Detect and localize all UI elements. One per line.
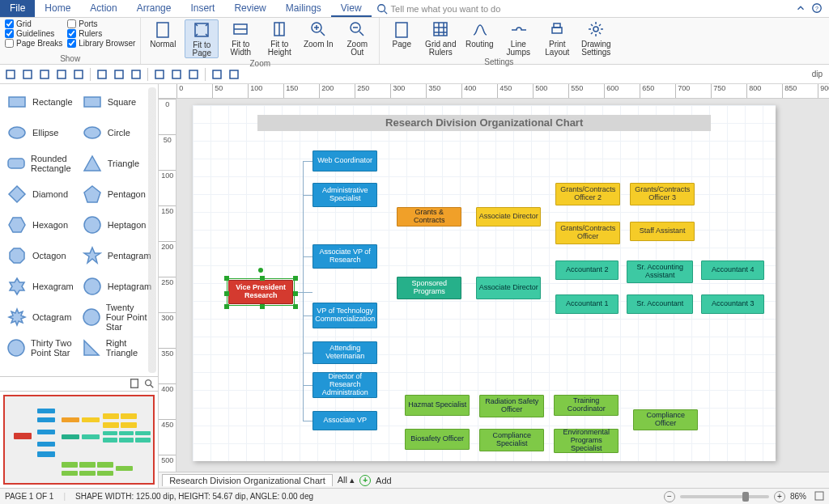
menu-tab-file[interactable]: File (0, 0, 35, 17)
menu-tab-insert[interactable]: Insert (181, 0, 224, 17)
zoom-btn-normal[interactable]: Normal (146, 19, 180, 49)
drawing-page[interactable]: Research Division Organizational Chart V… (193, 105, 776, 461)
show-check-ports[interactable]: Ports (67, 19, 135, 28)
align-icon[interactable] (95, 67, 109, 82)
org-node-ad2[interactable]: Associate Director (476, 277, 541, 299)
zoom-in-button[interactable]: + (774, 491, 785, 502)
settings-btn-routing[interactable]: Routing (462, 19, 496, 49)
org-node-gco[interactable]: Grants/Contracts Officer (555, 222, 620, 244)
shape-rectangle[interactable]: Rectangle (3, 87, 77, 116)
spacing-h-icon[interactable] (152, 67, 167, 82)
org-node-hz[interactable]: Hazmat Specialist (405, 395, 470, 416)
resize-handle[interactable] (293, 276, 298, 281)
resize-handle[interactable] (224, 304, 229, 309)
org-node-sac[interactable]: Sr. Accountant (627, 294, 693, 314)
layout-icon[interactable] (186, 67, 201, 82)
shape-hexagon[interactable]: Hexagon (3, 210, 77, 239)
resize-handle[interactable] (224, 276, 229, 281)
org-node-vptech[interactable]: VP of Technology Commercialization (312, 303, 377, 328)
zoom-btn-fit-to-width[interactable]: Fit to Width (223, 19, 257, 57)
shape-rounded-rectangle[interactable]: Rounded Rectangle (3, 149, 77, 178)
undo-icon[interactable] (54, 67, 69, 82)
resize-handle[interactable] (224, 291, 229, 296)
zoom-slider-knob[interactable] (742, 492, 749, 502)
org-node-ad1[interactable]: Associate Director (476, 207, 541, 227)
checkbox[interactable] (67, 19, 76, 28)
redo-icon[interactable] (71, 67, 86, 82)
shape-heptagram[interactable]: Heptagram (79, 272, 155, 301)
shape-pentagram[interactable]: Pentagram (79, 241, 155, 270)
org-node-avpr[interactable]: Associate VP of Research (312, 244, 377, 269)
org-node-gco3[interactable]: Grants/Contracts Officer 3 (630, 183, 695, 205)
menu-tab-arrange[interactable]: Arrange (127, 0, 181, 17)
search-icon[interactable] (227, 67, 241, 82)
settings-btn-page[interactable]: Page (385, 19, 419, 49)
zoom-btn-fit-to-height[interactable]: Fit to Height (262, 19, 296, 57)
org-node-vet[interactable]: Attending Veterinarian (312, 341, 377, 364)
org-node-sp[interactable]: Sponsored Programs (397, 277, 461, 299)
shape-diamond[interactable]: Diamond (3, 180, 77, 209)
show-check-rulers[interactable]: Rulers (67, 29, 135, 38)
checkbox[interactable] (67, 29, 76, 38)
shape-heptagon[interactable]: Heptagon (79, 210, 155, 239)
rotate-handle[interactable] (258, 268, 263, 273)
save-icon[interactable] (37, 67, 52, 82)
menu-tab-action[interactable]: Action (80, 0, 126, 17)
zoom-fit-icon[interactable] (814, 491, 824, 502)
zoom-btn-zoom-in[interactable]: Zoom In (301, 19, 335, 49)
org-node-co[interactable]: Compliance Officer (633, 409, 698, 430)
org-node-ac4[interactable]: Accountant 4 (701, 260, 764, 280)
open-icon[interactable] (20, 67, 35, 82)
resize-handle[interactable] (260, 304, 265, 309)
spacing-v-icon[interactable] (169, 67, 184, 82)
shape-thirty-two-point-star[interactable]: Thirty Two Point Star (3, 333, 77, 362)
shape-grid[interactable]: RectangleSquareEllipseCircleRounded Rect… (0, 84, 158, 376)
checkbox[interactable] (67, 39, 76, 48)
zoom-out-button[interactable]: − (664, 491, 675, 502)
shape-circle[interactable]: Circle (79, 118, 155, 147)
org-node-rso[interactable]: Radiation Safety Officer (479, 395, 544, 417)
shape-square[interactable]: Square (79, 87, 155, 116)
zoom-btn-fit-to-page[interactable]: Fit to Page (185, 19, 219, 58)
org-node-cs[interactable]: Compliance Specialist (479, 429, 544, 451)
add-page-label[interactable]: Add (376, 476, 392, 485)
settings-btn-print-layout[interactable]: Print Layout (540, 19, 574, 57)
add-page-icon[interactable]: + (359, 475, 371, 486)
checkbox[interactable] (5, 19, 14, 28)
menu-tab-review[interactable]: Review (224, 0, 275, 17)
shape-pentagon[interactable]: Pentagon (79, 180, 155, 209)
org-node-ac1[interactable]: Accountant 1 (555, 294, 619, 314)
chart-title[interactable]: Research Division Organizational Chart (257, 115, 711, 131)
checkbox[interactable] (5, 29, 14, 38)
shape-hexagram[interactable]: Hexagram (3, 272, 77, 301)
org-node-gco2[interactable]: Grants/Contracts Officer 2 (555, 183, 620, 205)
org-node-saa[interactable]: Sr. Accounting Assistant (627, 260, 693, 283)
menu-tab-mailings[interactable]: Mailings (276, 0, 331, 17)
org-node-admin[interactable]: Administrative Specialist (312, 183, 377, 207)
resize-handle[interactable] (260, 276, 265, 281)
org-node-ac2[interactable]: Accountant 2 (555, 260, 619, 280)
settings-btn-line-jumps[interactable]: Line Jumps (501, 19, 535, 57)
zoom-btn-zoom-out[interactable]: Zoom Out (340, 19, 374, 57)
preview-page-icon[interactable] (129, 378, 140, 391)
menu-tab-view[interactable]: View (331, 0, 372, 17)
settings-btn-drawing-settings[interactable]: Drawing Settings (579, 19, 613, 57)
org-node-dra[interactable]: Director of Research Administration (312, 372, 377, 398)
preview-find-icon[interactable] (143, 378, 155, 391)
checkbox[interactable] (5, 39, 14, 48)
zoom-slider[interactable] (680, 495, 769, 498)
tell-me-search[interactable]: Tell me what you want to do (372, 0, 789, 17)
org-node-tc[interactable]: Training Coordinator (554, 395, 619, 416)
resize-handle[interactable] (293, 291, 298, 296)
shape-triangle[interactable]: Triangle (79, 149, 155, 178)
shape-ellipse[interactable]: Ellipse (3, 118, 77, 147)
group-icon[interactable] (129, 67, 143, 82)
org-node-avp2[interactable]: Associate VP (312, 411, 377, 430)
org-node-ac3[interactable]: Accountant 3 (701, 294, 764, 314)
show-check-grid[interactable]: Grid (5, 19, 62, 28)
paper-viewport[interactable]: Research Division Organizational Chart V… (176, 99, 829, 472)
show-check-guidelines[interactable]: Guidelines (5, 29, 62, 38)
selection-handles[interactable] (227, 278, 295, 306)
shape-right-triangle[interactable]: Right Triangle (79, 333, 155, 362)
grid-icon[interactable] (210, 67, 224, 82)
